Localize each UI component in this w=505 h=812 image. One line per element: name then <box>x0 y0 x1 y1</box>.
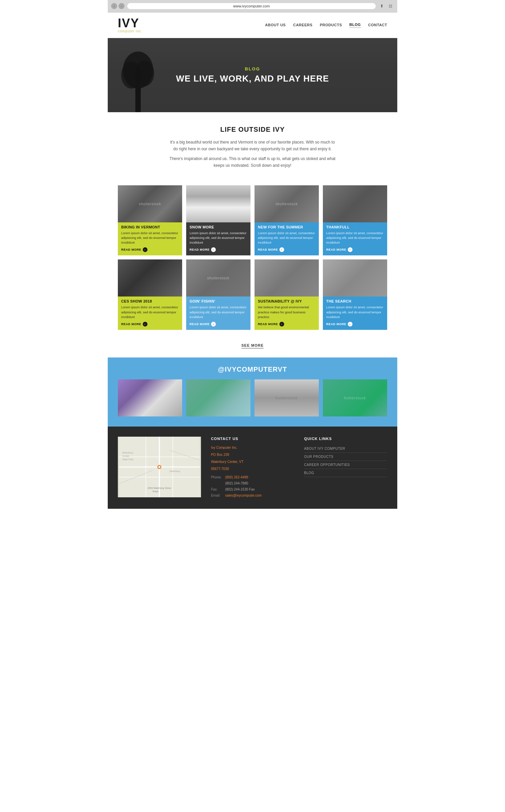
footer-link-careers[interactable]: CAREER OPPORTUNITIES <box>304 461 387 469</box>
contact-heading: CONTACT US <box>211 437 294 441</box>
blog-img-summer <box>255 185 319 222</box>
fax-label: Fax: <box>211 487 223 493</box>
instagram-photo-1 <box>118 379 182 416</box>
read-more-sustainability[interactable]: READ MORE › <box>258 322 315 326</box>
blog-img-search <box>323 259 387 296</box>
address-bar[interactable]: www.ivycomputer.com <box>127 3 376 9</box>
blog-card-fishin[interactable]: shutterstock GOIN' FISHIN' Lorem ipsum d… <box>186 259 250 330</box>
instagram-img-1[interactable] <box>118 379 182 416</box>
fax-value: (802) 244-1530 Fax <box>225 487 255 493</box>
read-more-fishin[interactable]: READ MORE › <box>190 322 247 326</box>
svg-point-16 <box>158 466 160 468</box>
svg-text:State Park: State Park <box>122 458 133 461</box>
footer-link-about[interactable]: ABOUT IVY COMPUTER <box>304 445 387 453</box>
blog-card-search[interactable]: THE SEARCH Lorem ipsum dolor sit amet, c… <box>323 259 387 330</box>
card-text-summer: Lorem ipsum dolor sit amet, consectetur … <box>258 231 315 245</box>
phone-row: Phone: (800) 262-4489 (802) 244-7880 <box>211 474 294 487</box>
instagram-img-2[interactable] <box>186 379 250 416</box>
footer-link-blog[interactable]: BLOG <box>304 469 387 477</box>
hero-section: BLOG WE LIVE, WORK, AND PLAY HERE <box>108 38 397 112</box>
blog-card-summer[interactable]: shutterstock NEW FOR THE SUMMER Lorem ip… <box>255 185 319 256</box>
fax-row: Fax: (802) 244-1530 Fax <box>211 487 294 493</box>
nav-contact[interactable]: CONTACT <box>368 23 387 28</box>
see-more-section: SEE MORE <box>108 337 397 357</box>
site-header: IVY computer inc. ABOUT US CAREERS PRODU… <box>108 12 397 38</box>
svg-text:Waterbury: Waterbury <box>122 451 133 454</box>
blog-img-thankful <box>323 185 387 222</box>
footer-contact: CONTACT US Ivy Computer Inc. PO Box 239 … <box>211 437 294 499</box>
nav-careers[interactable]: CAREERS <box>293 23 312 28</box>
instagram-img-4[interactable]: hutterstock <box>323 379 387 416</box>
blog-img-snow <box>186 185 250 222</box>
svg-text:Waterbury: Waterbury <box>169 470 180 473</box>
card-title-snow: SNOW MORE <box>190 225 247 229</box>
life-outside-section: LIFE OUTSIDE IVY it's a big beautiful wo… <box>108 112 397 182</box>
blog-card-sustainability[interactable]: SUSTAINABILITY @ IVY We believe that goo… <box>255 259 319 330</box>
address-line2: Waterbury Center, VT <box>211 459 294 465</box>
instagram-photo-3: hutterstock <box>255 379 319 416</box>
card-title-biking: BIKING IN VERMONT <box>121 225 179 229</box>
hero-title: WE LIVE, WORK, AND PLAY HERE <box>176 73 329 84</box>
read-more-thankful[interactable]: READ MORE › <box>326 247 384 252</box>
footer-links: QUICK LINKS ABOUT IVY COMPUTER OUR PRODU… <box>304 437 387 499</box>
phone-value: (800) 262-4489 (802) 244-7880 <box>225 474 248 487</box>
nav-blog[interactable]: BLOG <box>349 23 361 28</box>
life-heading: LIFE OUTSIDE IVY <box>118 126 387 133</box>
hero-content: BLOG WE LIVE, WORK, AND PLAY HERE <box>176 66 329 84</box>
nav-products[interactable]: PRODUCTS <box>320 23 342 28</box>
read-more-arrow-summer: › <box>279 247 284 252</box>
blog-card-biking[interactable]: shutterstock BIKING IN VERMONT Lorem ips… <box>118 185 182 256</box>
blog-card-ces[interactable]: CES SHOW 2018 Lorem ipsum dolor sit amet… <box>118 259 182 330</box>
company-name: Ivy Computer Inc. <box>211 445 294 450</box>
email-row: Email: sales@ivycomputer.com <box>211 493 294 499</box>
logo-ivy: IVY <box>118 17 142 29</box>
blog-card-body-biking: BIKING IN VERMONT Lorem ipsum dolor sit … <box>118 222 182 256</box>
hero-label: BLOG <box>176 66 329 71</box>
read-more-biking[interactable]: READ MORE › <box>121 247 179 252</box>
phone2-value: (802) 244-7880 <box>225 481 248 485</box>
phone-link[interactable]: (800) 262-4489 <box>225 475 248 479</box>
main-nav: ABOUT US CAREERS PRODUCTS BLOG CONTACT <box>265 23 387 28</box>
footer-link-products[interactable]: OUR PRODUCTS <box>304 453 387 461</box>
instagram-img-3[interactable]: hutterstock <box>255 379 319 416</box>
nav-about-us[interactable]: ABOUT US <box>265 23 285 28</box>
instagram-handle[interactable]: @IVYCOMPUTERVT <box>118 366 387 373</box>
back-button[interactable]: ‹ <box>111 3 117 9</box>
svg-point-5 <box>135 61 154 86</box>
share-button[interactable]: ⬆ <box>378 3 385 9</box>
card-title-sustainability: SUSTAINABILITY @ IVY <box>258 299 315 303</box>
forward-button[interactable]: › <box>119 3 125 9</box>
footer: 2053 Waterbury Stone Road Waterbury Cent… <box>108 427 397 509</box>
svg-text:2053 Waterbury Stone: 2053 Waterbury Stone <box>147 487 171 490</box>
read-more-arrow-fishin: › <box>211 322 216 326</box>
blog-card-snow[interactable]: SNOW MORE Lorem ipsum dolor sit amet, co… <box>186 185 250 256</box>
instagram-section: @IVYCOMPUTERVT hutterstock hutterstock <box>108 357 397 427</box>
logo[interactable]: IVY computer inc. <box>118 17 142 33</box>
browser-chrome: ‹ › www.ivycomputer.com ⬆ ⊡ <box>108 0 397 12</box>
blog-grid: shutterstock BIKING IN VERMONT Lorem ips… <box>108 182 397 337</box>
blog-img-sustainability <box>255 259 319 296</box>
email-link[interactable]: sales@ivycomputer.com <box>225 493 262 499</box>
read-more-arrow-snow: › <box>211 247 216 252</box>
card-text-ces: Lorem ipsum dolor sit amet, consectetur … <box>121 305 179 319</box>
card-title-search: THE SEARCH <box>326 299 384 303</box>
read-more-search[interactable]: READ MORE › <box>326 322 384 326</box>
blog-card-body-ces: CES SHOW 2018 Lorem ipsum dolor sit amet… <box>118 296 182 330</box>
fullscreen-button[interactable]: ⊡ <box>387 3 394 9</box>
hero-tree-illustration <box>114 48 162 112</box>
logo-sub: computer inc. <box>118 29 142 33</box>
read-more-ces[interactable]: READ MORE › <box>121 322 179 326</box>
blog-card-thankful[interactable]: THANKFULL Lorem ipsum dolor sit amet, co… <box>323 185 387 256</box>
read-more-arrow-ces: › <box>143 322 147 326</box>
read-more-snow[interactable]: READ MORE › <box>190 247 247 252</box>
blog-card-body-thankful: THANKFULL Lorem ipsum dolor sit amet, co… <box>323 222 387 256</box>
read-more-summer[interactable]: READ MORE › <box>258 247 315 252</box>
card-title-ces: CES SHOW 2018 <box>121 299 179 303</box>
see-more-button[interactable]: SEE MORE <box>241 343 264 348</box>
svg-text:Center: Center <box>122 455 130 457</box>
blog-card-img-fishin: shutterstock <box>186 259 250 296</box>
svg-text:Road: Road <box>153 490 158 493</box>
card-title-thankful: THANKFULL <box>326 225 384 229</box>
blog-card-body-fishin: GOIN' FISHIN' Lorem ipsum dolor sit amet… <box>186 296 250 330</box>
card-text-search: Lorem ipsum dolor sit amet, consectetur … <box>326 305 384 319</box>
